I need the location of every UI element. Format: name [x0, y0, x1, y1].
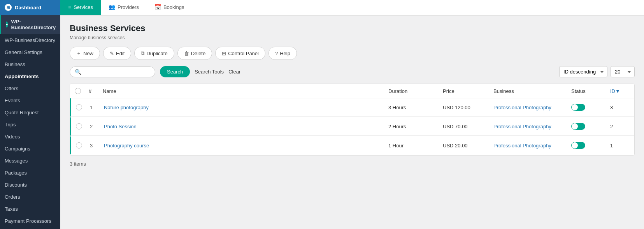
sidebar-item-appointments[interactable]: Appointments [0, 70, 60, 82]
sort-controls: ID descending ID ascending Name A-Z Name… [559, 66, 635, 77]
clear-link[interactable]: Clear [228, 69, 240, 75]
row-3-business[interactable]: Professional Photography [493, 143, 571, 149]
sidebar-item-messages-label: Messages [5, 158, 28, 164]
tab-bookings[interactable]: 📅 Bookings [147, 0, 192, 15]
row-3-status[interactable] [571, 142, 610, 149]
row-2-toggle-thumb [572, 123, 578, 129]
plus-icon: ＋ [76, 50, 81, 57]
search-input-wrap: 🔍 [70, 66, 155, 77]
sidebar-item-payment-processors[interactable]: Payment Processors [0, 215, 60, 227]
sidebar-item-events[interactable]: Events [0, 94, 60, 107]
row-1-toggle-track[interactable] [571, 104, 585, 111]
dashboard-label: Dashboard [15, 5, 41, 10]
row-3-name[interactable]: Photography course [104, 143, 388, 149]
items-count: 3 items [70, 159, 635, 168]
row-2-business-link[interactable]: Professional Photography [493, 124, 551, 129]
row-2-business[interactable]: Professional Photography [493, 124, 571, 129]
duplicate-button[interactable]: ⧉ Duplicate [134, 47, 174, 60]
row-1-status[interactable] [571, 104, 610, 111]
row-1-toggle[interactable] [571, 104, 610, 111]
row-3-num: 3 [90, 143, 104, 149]
wp-businessdirectory-label: WP-BusinessDirectory [11, 19, 56, 30]
help-button[interactable]: ? Help [268, 47, 297, 60]
row-3-price: USD 20.00 [443, 143, 493, 149]
row-1-name[interactable]: Nature photography [104, 105, 388, 110]
row-3-select[interactable] [76, 142, 90, 149]
sidebar-item-trips[interactable]: Trips [0, 119, 60, 131]
row-1-num: 1 [90, 105, 104, 110]
sidebar-item-offers-label: Offers [5, 86, 18, 91]
sidebar-item-general-settings[interactable]: General Settings [0, 46, 60, 58]
duplicate-icon: ⧉ [141, 50, 144, 56]
sidebar-item-quote-request-label: Quote Request [5, 110, 39, 115]
wp-businessdirectory-item[interactable]: ● WP-BusinessDirectory [0, 15, 60, 34]
row-3-toggle-thumb [572, 142, 578, 149]
per-page-select[interactable]: 20 50 100 [611, 66, 635, 77]
header-duration[interactable]: Duration [388, 88, 443, 94]
sidebar-item-offers[interactable]: Offers [0, 82, 60, 94]
search-icon: 🔍 [75, 69, 81, 75]
row-3-business-link[interactable]: Professional Photography [493, 143, 551, 149]
search-button[interactable]: Search [160, 66, 190, 77]
tab-bookings-label: Bookings [163, 4, 184, 10]
tab-services[interactable]: ≡ Services [60, 0, 101, 15]
sidebar-item-discounts-label: Discounts [5, 182, 27, 188]
sidebar-item-taxes[interactable]: Taxes [0, 203, 60, 215]
row-3-toggle[interactable] [571, 142, 610, 149]
row-2-checkbox[interactable] [76, 123, 82, 129]
row-1-business-link[interactable]: Professional Photography [493, 105, 551, 110]
header-select[interactable] [75, 88, 89, 94]
control-panel-button[interactable]: ⊞ Control Panel [215, 47, 265, 60]
sidebar-item-business[interactable]: Business [0, 58, 60, 70]
sidebar-item-campaigns[interactable]: Campaigns [0, 143, 60, 155]
new-button[interactable]: ＋ New [70, 47, 100, 60]
sidebar-item-orders-label: Orders [5, 194, 20, 200]
row-2-toggle[interactable] [571, 123, 610, 130]
row-1-name-link[interactable]: Nature photography [104, 105, 149, 110]
row-1-business[interactable]: Professional Photography [493, 105, 571, 110]
sidebar-item-packages[interactable]: Packages [0, 167, 60, 179]
sidebar-item-quote-request[interactable]: Quote Request [0, 107, 60, 119]
row-3-toggle-track[interactable] [571, 142, 585, 149]
dashboard-item[interactable]: ⊞ Dashboard [0, 0, 60, 15]
row-2-status[interactable] [571, 123, 610, 130]
sort-select[interactable]: ID descending ID ascending Name A-Z Name… [559, 66, 607, 77]
tab-providers[interactable]: 👥 Providers [101, 0, 147, 15]
header-name[interactable]: Name [103, 88, 388, 94]
row-2-name[interactable]: Photo Session [104, 124, 388, 129]
help-icon: ? [275, 51, 278, 56]
row-2-select[interactable] [76, 123, 90, 129]
row-2-toggle-track[interactable] [571, 123, 585, 130]
search-input[interactable] [84, 69, 142, 75]
header-price[interactable]: Price [443, 88, 493, 94]
row-3-name-link[interactable]: Photography course [104, 143, 149, 149]
search-tools-link[interactable]: Search Tools [195, 69, 224, 75]
sidebar-item-discounts[interactable]: Discounts [0, 179, 60, 191]
sidebar-item-taxes-label: Taxes [5, 206, 18, 212]
delete-label: Delete [191, 51, 206, 56]
row-2-name-link[interactable]: Photo Session [104, 124, 137, 129]
edit-label: Edit [116, 51, 125, 56]
sidebar-item-wp-businessdirectory-label: WP-BusinessDirectory [5, 37, 55, 43]
header-status[interactable]: Status [571, 88, 610, 94]
bookings-icon: 📅 [154, 4, 161, 10]
sidebar-item-wp-businessdirectory[interactable]: WP-BusinessDirectory [0, 34, 60, 46]
search-bar: 🔍 Search Search Tools Clear ID descendin… [70, 66, 635, 77]
edit-button[interactable]: ✎ Edit [103, 47, 131, 60]
row-3-checkbox[interactable] [76, 142, 82, 149]
header-business[interactable]: Business [493, 88, 571, 94]
services-table: # Name Duration Price Business Status ID… [70, 84, 635, 156]
table-row: 1 Nature photography 3 Hours USD 120.00 … [70, 98, 634, 117]
row-1-id: 3 [610, 105, 630, 110]
top-tabs: ≡ Services 👥 Providers 📅 Bookings [60, 0, 644, 16]
select-all-checkbox[interactable] [75, 88, 81, 94]
sidebar-item-videos[interactable]: Videos [0, 131, 60, 143]
sidebar-item-orders[interactable]: Orders [0, 191, 60, 203]
header-id[interactable]: ID▼ [610, 88, 630, 94]
delete-button[interactable]: 🗑 Delete [177, 47, 212, 60]
tab-services-label: Services [74, 4, 93, 10]
row-1-checkbox[interactable] [76, 104, 82, 110]
sidebar-item-messages[interactable]: Messages [0, 155, 60, 167]
sidebar-item-currencies[interactable]: Currencies [0, 227, 60, 229]
row-1-select[interactable] [76, 104, 90, 110]
